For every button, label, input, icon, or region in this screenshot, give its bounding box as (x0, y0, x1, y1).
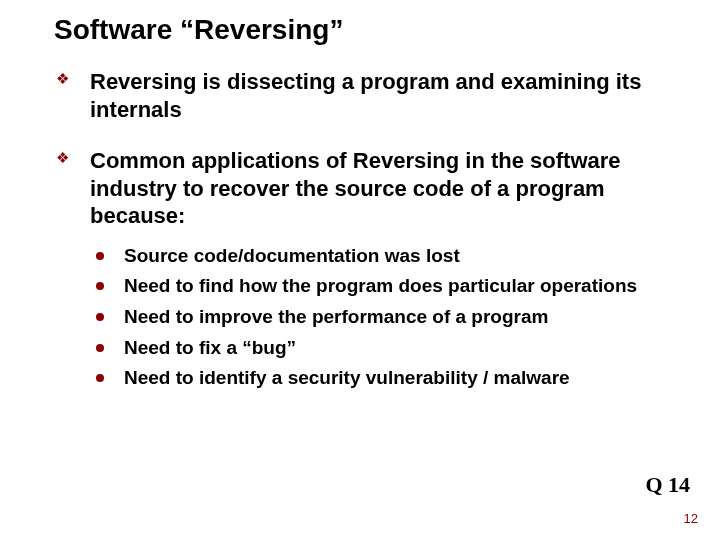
sub-bullet-item: Source code/documentation was lost (90, 244, 692, 269)
slide: Software “Reversing” Reversing is dissec… (0, 0, 720, 540)
bullet-text: Reversing is dissecting a program and ex… (90, 69, 641, 122)
sub-bullet-item: Need to fix a “bug” (90, 336, 692, 361)
bullet-list: Reversing is dissecting a program and ex… (54, 68, 692, 391)
bullet-item: Common applications of Reversing in the … (54, 147, 692, 391)
sub-bullet-item: Need to find how the program does partic… (90, 274, 692, 299)
question-label: Q 14 (645, 472, 690, 498)
sub-bullet-item: Need to improve the performance of a pro… (90, 305, 692, 330)
bullet-text: Common applications of Reversing in the … (90, 148, 621, 228)
page-number: 12 (684, 511, 698, 526)
bullet-item: Reversing is dissecting a program and ex… (54, 68, 692, 123)
slide-title: Software “Reversing” (54, 14, 692, 46)
sub-bullet-list: Source code/documentation was lost Need … (90, 244, 692, 391)
sub-bullet-item: Need to identify a security vulnerabilit… (90, 366, 692, 391)
